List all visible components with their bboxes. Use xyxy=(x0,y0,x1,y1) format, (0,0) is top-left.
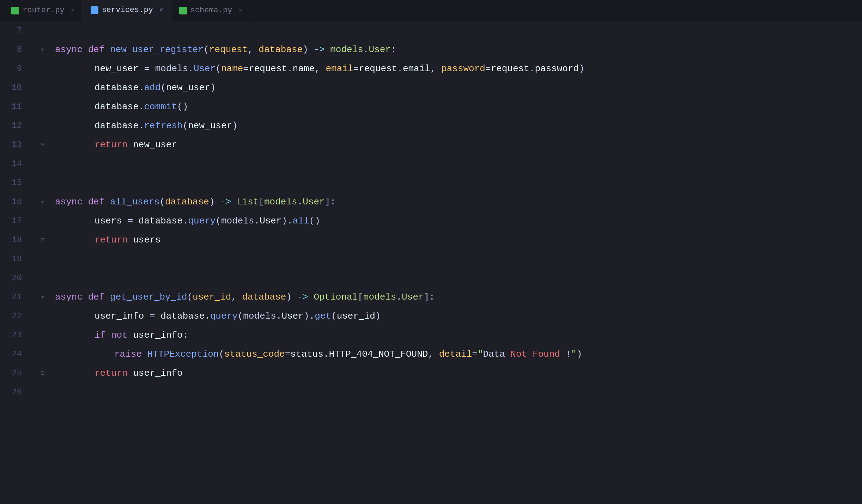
line-number-22: 22 xyxy=(0,307,32,326)
line-content-16: async def all_users(database) -> List[mo… xyxy=(48,192,336,211)
fold-icon-16[interactable]: ▾ xyxy=(39,198,47,206)
line-22: 22user_info = database.query(models.User… xyxy=(0,307,862,326)
line-inner-18: ⊟return users xyxy=(32,231,160,250)
line-inner-11: database.commit() xyxy=(32,97,188,116)
line-12: 12database.refresh(new_user) xyxy=(0,116,862,135)
line-number-9: 9 xyxy=(0,59,32,78)
line-9: 9new_user = models.User(name=request.nam… xyxy=(0,59,862,78)
line-inner-10: database.add(new_user) xyxy=(32,78,215,97)
line-content-11: database.commit() xyxy=(48,97,188,116)
line-18: 18⊟return users xyxy=(0,231,862,250)
line-14: 14 xyxy=(0,154,862,173)
line-24: 24raise HTTPException(status_code=status… xyxy=(0,345,862,364)
line-content-8: async def new_user_register(request, dat… xyxy=(48,40,396,59)
line-content-10: database.add(new_user) xyxy=(48,78,215,97)
line-content-25: return user_info xyxy=(48,364,183,383)
line-8: 8▾async def new_user_register(request, d… xyxy=(0,40,862,59)
line-number-15: 15 xyxy=(0,173,32,192)
line-26: 26 xyxy=(0,383,862,402)
fold-icon-18[interactable]: ⊟ xyxy=(39,236,47,244)
line-number-26: 26 xyxy=(0,383,32,402)
line-inner-22: user_info = database.query(models.User).… xyxy=(32,307,381,326)
line-number-20: 20 xyxy=(0,269,32,288)
line-inner-17: users = database.query(models.User).all(… xyxy=(32,211,320,231)
line-19: 19 xyxy=(0,250,862,269)
tab-icon-schema xyxy=(179,7,187,14)
line-number-16: 16 xyxy=(0,192,32,211)
tab-label-router: router.py xyxy=(23,6,65,15)
line-content-24: raise HTTPException(status_code=status.H… xyxy=(48,345,582,364)
tab-schema[interactable]: schema.py× xyxy=(171,0,251,21)
line-number-21: 21 xyxy=(0,288,32,307)
line-number-25: 25 xyxy=(0,364,32,383)
line-content-17: users = database.query(models.User).all(… xyxy=(48,211,320,231)
line-20: 20 xyxy=(0,269,862,288)
line-number-24: 24 xyxy=(0,345,32,364)
line-13: 13⊟return new_user xyxy=(0,135,862,154)
editor-window: router.py×services.py×schema.py× 78▾asyn… xyxy=(0,0,862,504)
line-number-12: 12 xyxy=(0,116,32,135)
fold-icon-13[interactable]: ⊟ xyxy=(39,141,47,149)
line-15: 15 xyxy=(0,173,862,192)
fold-icon-8[interactable]: ▾ xyxy=(39,46,47,54)
line-inner-13: ⊟return new_user xyxy=(32,135,177,154)
line-number-10: 10 xyxy=(0,78,32,97)
line-21: 21▾async def get_user_by_id(user_id, dat… xyxy=(0,288,862,307)
line-25: 25⊟return user_info xyxy=(0,364,862,383)
line-content-18: return users xyxy=(48,231,160,250)
line-inner-9: new_user = models.User(name=request.name… xyxy=(32,59,584,78)
line-content-12: database.refresh(new_user) xyxy=(48,116,238,135)
line-content-22: user_info = database.query(models.User).… xyxy=(48,307,381,326)
line-7: 7 xyxy=(0,21,862,40)
line-number-7: 7 xyxy=(0,21,32,40)
line-inner-21: ▾async def get_user_by_id(user_id, datab… xyxy=(32,288,435,307)
code-area: 78▾async def new_user_register(request, … xyxy=(0,21,862,504)
line-11: 11database.commit() xyxy=(0,97,862,116)
line-content-21: async def get_user_by_id(user_id, databa… xyxy=(48,288,435,307)
line-inner-12: database.refresh(new_user) xyxy=(32,116,238,135)
tab-label-schema: schema.py xyxy=(190,6,232,15)
fold-icon-21[interactable]: ▾ xyxy=(39,293,47,301)
tab-services[interactable]: services.py× xyxy=(83,0,171,21)
line-10: 10database.add(new_user) xyxy=(0,78,862,97)
line-inner-25: ⊟return user_info xyxy=(32,364,183,383)
tab-close-schema[interactable]: × xyxy=(239,7,243,14)
line-17: 17users = database.query(models.User).al… xyxy=(0,211,862,231)
line-16: 16▾async def all_users(database) -> List… xyxy=(0,192,862,211)
line-number-14: 14 xyxy=(0,154,32,173)
tab-close-services[interactable]: × xyxy=(159,7,163,14)
line-number-23: 23 xyxy=(0,326,32,345)
line-number-17: 17 xyxy=(0,211,32,231)
tab-router[interactable]: router.py× xyxy=(4,0,83,21)
line-23: 23if not user_info: xyxy=(0,326,862,345)
line-content-13: return new_user xyxy=(48,135,177,154)
line-inner-16: ▾async def all_users(database) -> List[m… xyxy=(32,192,336,211)
editor-container: 78▾async def new_user_register(request, … xyxy=(0,21,862,504)
line-content-23: if not user_info: xyxy=(48,326,188,345)
tab-icon-services xyxy=(91,6,98,14)
tab-bar: router.py×services.py×schema.py× xyxy=(0,0,862,21)
line-number-11: 11 xyxy=(0,97,32,116)
tab-close-router[interactable]: × xyxy=(71,7,75,14)
line-number-18: 18 xyxy=(0,231,32,250)
line-inner-8: ▾async def new_user_register(request, da… xyxy=(32,40,396,59)
line-number-19: 19 xyxy=(0,250,32,269)
line-number-8: 8 xyxy=(0,40,32,59)
fold-icon-25[interactable]: ⊟ xyxy=(39,369,47,377)
line-inner-23: if not user_info: xyxy=(32,326,188,345)
line-content-9: new_user = models.User(name=request.name… xyxy=(48,59,584,78)
line-inner-24: raise HTTPException(status_code=status.H… xyxy=(32,345,582,364)
tab-icon-router xyxy=(11,7,19,14)
line-number-13: 13 xyxy=(0,135,32,154)
tab-label-services: services.py xyxy=(102,6,153,14)
